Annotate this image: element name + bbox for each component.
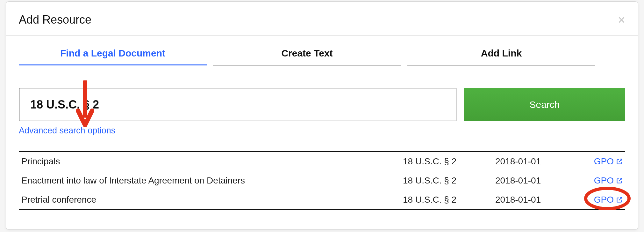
result-title: Pretrial conference: [21, 195, 403, 205]
table-row[interactable]: Principals 18 U.S.C. § 2 2018-01-01 GPO: [19, 152, 625, 171]
search-input[interactable]: [19, 88, 456, 121]
result-title: Principals: [21, 156, 403, 167]
gpo-link[interactable]: GPO: [594, 156, 623, 167]
result-citation: 18 U.S.C. § 2: [403, 176, 495, 186]
tab-label: Find a Legal Document: [60, 48, 165, 58]
tab-create-text[interactable]: Create Text: [213, 45, 401, 65]
search-button-label: Search: [529, 99, 560, 110]
advanced-search-link[interactable]: Advanced search options: [19, 126, 115, 136]
tab-label: Create Text: [281, 48, 333, 58]
add-resource-modal: Add Resource × Find a Legal Document Cre…: [6, 1, 638, 230]
tab-spacer: [602, 45, 625, 65]
result-date: 2018-01-01: [495, 176, 584, 186]
result-date: 2018-01-01: [495, 156, 584, 167]
external-link-icon: [616, 197, 623, 203]
search-button[interactable]: Search: [464, 88, 625, 121]
search-row: Search: [19, 88, 625, 121]
gpo-link[interactable]: GPO: [594, 195, 623, 205]
result-citation: 18 U.S.C. § 2: [403, 156, 495, 167]
close-button[interactable]: ×: [618, 13, 625, 26]
tab-find-legal-document[interactable]: Find a Legal Document: [19, 45, 207, 65]
results-table: Principals 18 U.S.C. § 2 2018-01-01 GPO: [19, 151, 625, 210]
gpo-label: GPO: [594, 156, 614, 167]
external-link-icon: [616, 177, 623, 184]
modal-body: Find a Legal Document Create Text Add Li…: [6, 36, 638, 217]
modal-title: Add Resource: [19, 13, 91, 26]
close-icon: ×: [618, 13, 625, 27]
external-link-icon: [616, 158, 623, 165]
gpo-label: GPO: [594, 195, 614, 205]
gpo-label: GPO: [594, 176, 614, 186]
gpo-link[interactable]: GPO: [594, 176, 623, 186]
table-row[interactable]: Enactment into law of Interstate Agreeme…: [19, 171, 625, 190]
tab-label: Add Link: [481, 48, 522, 58]
tabs: Find a Legal Document Create Text Add Li…: [19, 45, 625, 65]
advanced-search-label: Advanced search options: [19, 126, 115, 135]
tab-add-link[interactable]: Add Link: [407, 45, 595, 65]
result-citation: 18 U.S.C. § 2: [403, 195, 495, 205]
modal-header: Add Resource ×: [6, 2, 638, 36]
result-title: Enactment into law of Interstate Agreeme…: [21, 176, 403, 186]
result-date: 2018-01-01: [495, 195, 584, 205]
table-row[interactable]: Pretrial conference 18 U.S.C. § 2 2018-0…: [19, 190, 625, 209]
